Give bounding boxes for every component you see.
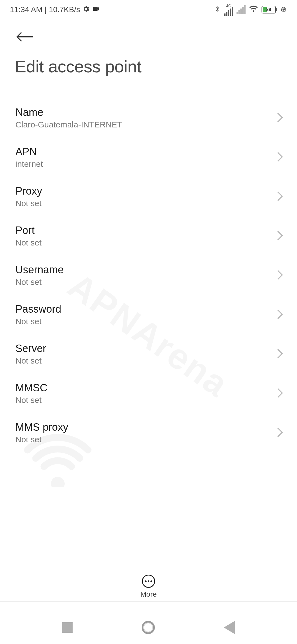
battery-indicator: 38 [262,6,277,13]
chevron-right-icon [277,427,283,439]
nav-home-button[interactable] [142,621,155,634]
setting-label: Password [15,303,61,315]
chevron-right-icon [277,112,283,124]
back-button[interactable] [0,19,297,45]
chevron-right-icon [277,191,283,203]
status-bar: 11:34 AM | 10.7KB/s 4G [0,0,297,19]
setting-value: Not set [15,277,64,287]
setting-value: Not set [15,395,47,405]
setting-mmsc[interactable]: MMSC Not set [0,374,297,413]
setting-label: Name [15,107,122,118]
chevron-right-icon [277,151,283,163]
bluetooth-icon [214,5,221,15]
setting-password[interactable]: Password Not set [0,295,297,334]
signal-sim2 [237,5,246,14]
chevron-right-icon [277,230,283,242]
chevron-right-icon [277,269,283,282]
chevron-right-icon [277,388,283,400]
setting-label: MMSC [15,382,47,394]
setting-name[interactable]: Name Claro-Guatemala-INTERNET [0,98,297,138]
status-time: 11:34 AM [10,5,42,14]
nav-recents-button[interactable] [62,622,73,633]
setting-label: MMS proxy [15,421,68,433]
navigation-bar [0,611,297,644]
gear-icon [82,5,90,15]
setting-value: Not set [15,356,46,365]
setting-value: Not set [15,317,61,326]
setting-proxy[interactable]: Proxy Not set [0,177,297,216]
chevron-right-icon [277,309,283,321]
setting-value: Not set [15,199,42,208]
chevron-right-icon [277,348,283,360]
setting-apn[interactable]: APN internet [0,138,297,177]
setting-label: Server [15,343,46,354]
more-button[interactable]: More [0,569,297,602]
arrow-left-icon [15,30,35,43]
charging-icon: ֍ [280,6,287,13]
battery-percent: 38 [266,7,271,12]
settings-list: Name Claro-Guatemala-INTERNET APN intern… [0,76,297,452]
more-icon [142,575,155,588]
setting-username[interactable]: Username Not set [0,256,297,295]
page-title: Edit access point [0,45,297,76]
wifi-icon [249,5,258,15]
setting-port[interactable]: Port Not set [0,216,297,256]
signal-sim1: 4G [224,4,233,16]
setting-value: internet [15,159,43,169]
setting-server[interactable]: Server Not set [0,334,297,374]
setting-value: Not set [15,435,68,444]
setting-label: Port [15,225,42,236]
more-label: More [140,590,156,599]
nav-back-button[interactable] [224,621,235,634]
setting-value: Not set [15,238,42,247]
setting-label: Username [15,264,64,276]
status-data-rate: 10.7KB/s [49,5,80,14]
setting-mms-proxy[interactable]: MMS proxy Not set [0,413,297,452]
status-separator: | [45,5,46,14]
setting-value: Claro-Guatemala-INTERNET [15,120,122,129]
setting-label: Proxy [15,185,42,197]
camera-icon [92,5,100,15]
setting-label: APN [15,146,43,158]
